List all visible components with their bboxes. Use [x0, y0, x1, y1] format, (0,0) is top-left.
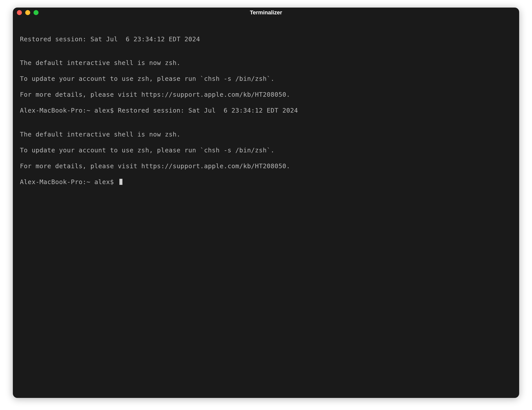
maximize-button[interactable] [34, 10, 39, 15]
terminal-output-line: Restored session: Sat Jul 6 23:34:12 EDT… [20, 35, 512, 43]
prompt-line[interactable]: Alex-MacBook-Pro:~ alex$ [20, 178, 512, 186]
terminal-body[interactable]: Restored session: Sat Jul 6 23:34:12 EDT… [13, 18, 519, 398]
terminal-output-line: For more details, please visit https://s… [20, 91, 512, 99]
title-bar: Terminalizer [13, 8, 519, 18]
minimize-button[interactable] [25, 10, 30, 15]
terminal-output-line: Alex-MacBook-Pro:~ alex$ Restored sessio… [20, 107, 512, 115]
traffic-lights [17, 10, 39, 15]
window-title: Terminalizer [250, 9, 282, 16]
terminal-output-line: The default interactive shell is now zsh… [20, 130, 512, 139]
cursor-icon [119, 179, 122, 185]
terminal-output-line: For more details, please visit https://s… [20, 162, 512, 170]
terminal-output-line: To update your account to use zsh, pleas… [20, 75, 512, 83]
terminal-window: Terminalizer Restored session: Sat Jul 6… [13, 8, 519, 398]
terminal-output-line: To update your account to use zsh, pleas… [20, 146, 512, 154]
shell-prompt: Alex-MacBook-Pro:~ alex$ [20, 178, 118, 186]
terminal-output-line: The default interactive shell is now zsh… [20, 59, 512, 67]
close-button[interactable] [17, 10, 22, 15]
